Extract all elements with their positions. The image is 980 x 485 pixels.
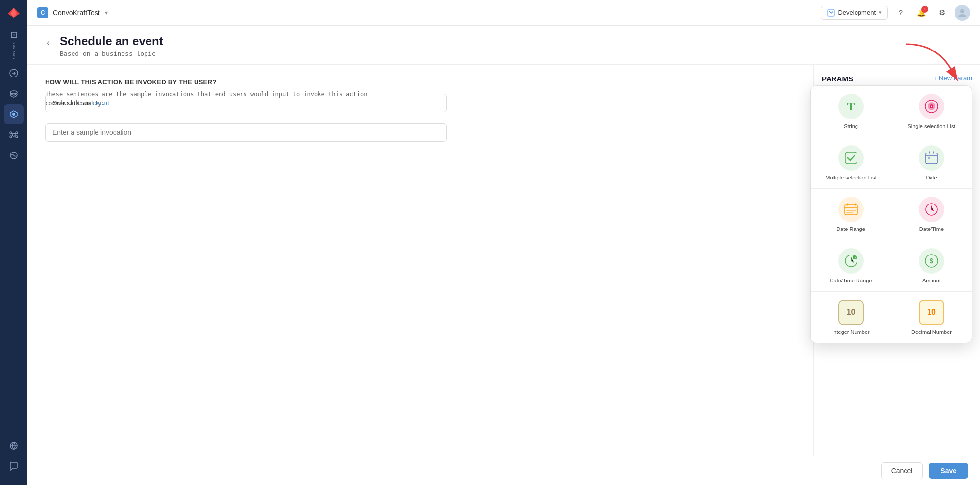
sidebar-item-integrations[interactable] — [4, 125, 24, 145]
type-datetime-range[interactable]: Date/Time Range — [811, 240, 891, 292]
type-amount[interactable]: $ Amount — [891, 240, 972, 292]
left-panel: HOW WILL THIS ACTION BE INVOKED BY THE U… — [27, 65, 813, 456]
svg-text:$: $ — [930, 257, 933, 265]
type-amount-icon: $ — [919, 248, 944, 274]
type-string-label: String — [844, 123, 858, 129]
type-datetime-icon — [919, 197, 944, 222]
svg-point-5 — [10, 132, 12, 134]
type-date[interactable]: Date — [891, 137, 972, 189]
invocation-input-2[interactable] — [45, 123, 447, 142]
type-integer-icon: 10 — [838, 300, 864, 325]
type-multi-selection-icon — [838, 145, 864, 171]
notification-badge: 1 — [921, 6, 928, 13]
svg-point-3 — [12, 113, 15, 116]
type-single-selection-label: Single selection List — [907, 123, 955, 129]
type-string[interactable]: T String — [811, 86, 891, 137]
type-single-selection-icon — [919, 94, 944, 119]
cancel-button[interactable]: Cancel — [881, 462, 923, 479]
sidebar-item-globe[interactable] — [4, 436, 24, 456]
type-datetime-label: Date/Time — [919, 226, 944, 232]
topbar: C ConvoKraftTest ▾ Development ▾ ? 🔔 1 ⚙ — [27, 0, 980, 26]
invocation-highlight: event — [93, 99, 109, 107]
type-date-range-icon — [838, 197, 864, 222]
type-amount-label: Amount — [922, 278, 941, 283]
svg-point-12 — [960, 9, 964, 13]
page-title: Schedule an event — [60, 34, 163, 48]
app-name: ConvoKraftTest — [53, 9, 100, 17]
sidebar-item-flows[interactable] — [4, 63, 24, 83]
avatar[interactable] — [955, 5, 970, 21]
type-decimal-icon: 10 — [919, 300, 944, 325]
type-datetime[interactable]: Date/Time — [891, 189, 972, 240]
svg-rect-23 — [926, 153, 937, 164]
save-button[interactable]: Save — [929, 463, 968, 479]
help-button[interactable]: ? — [893, 5, 908, 21]
type-decimal[interactable]: 10 Decimal Number — [891, 292, 972, 343]
notifications-button[interactable]: 🔔 1 — [913, 5, 929, 21]
type-datetime-range-icon — [838, 248, 864, 274]
svg-point-6 — [16, 132, 18, 134]
sidebar-services-icon[interactable]: ⊡ — [10, 29, 18, 40]
env-icon — [827, 9, 835, 17]
type-datetime-range-label: Date/Time Range — [830, 278, 872, 283]
app-logo-icon: C — [37, 7, 48, 18]
type-multi-selection[interactable]: Multiple selection List — [811, 137, 891, 189]
type-integer-label: Integer Number — [832, 329, 869, 335]
svg-rect-22 — [845, 152, 857, 164]
env-label: Development — [838, 9, 876, 16]
type-date-range[interactable]: Date Range — [811, 189, 891, 240]
sidebar-services-label: Services — [12, 42, 16, 59]
app-logo — [5, 5, 23, 23]
type-multi-selection-label: Multiple selection List — [825, 175, 877, 180]
env-chevron: ▾ — [879, 9, 882, 16]
type-integer[interactable]: 10 Integer Number — [811, 292, 891, 343]
svg-point-28 — [853, 255, 857, 259]
sidebar-item-chat[interactable] — [4, 457, 24, 476]
app-chevron[interactable]: ▾ — [105, 9, 108, 16]
sidebar-services-section: ⊡ Services — [10, 29, 18, 59]
sidebar-item-monitor[interactable] — [4, 146, 24, 165]
svg-point-8 — [16, 136, 18, 138]
svg-point-21 — [931, 106, 932, 107]
svg-point-1 — [10, 91, 17, 94]
page-header: ‹ Schedule an event Based on a business … — [27, 26, 980, 65]
page-title-block: Schedule an event Based on a business lo… — [60, 34, 163, 57]
sidebar-item-actions[interactable] — [4, 104, 24, 124]
type-single-selection[interactable]: Single selection List — [891, 86, 972, 137]
svg-rect-25 — [845, 205, 858, 215]
bottom-bar: Cancel Save — [27, 456, 980, 485]
type-decimal-label: Decimal Number — [911, 329, 952, 335]
param-type-dropdown: T String Single selection List — [810, 85, 972, 343]
sidebar-item-data[interactable] — [4, 84, 24, 103]
type-string-icon: T — [838, 94, 864, 119]
section-heading: HOW WILL THIS ACTION BE INVOKED BY THE U… — [45, 78, 796, 86]
svg-point-7 — [10, 136, 12, 138]
env-button[interactable]: Development ▾ — [821, 6, 888, 20]
page-subtitle: Based on a business logic — [60, 50, 163, 57]
svg-rect-24 — [928, 157, 930, 159]
type-date-icon — [919, 145, 944, 171]
settings-button[interactable]: ⚙ — [934, 5, 950, 21]
type-date-label: Date — [926, 175, 937, 180]
back-button[interactable]: ‹ — [41, 36, 55, 50]
type-date-range-label: Date Range — [836, 226, 865, 232]
new-param-button[interactable]: + New Param — [933, 75, 972, 82]
